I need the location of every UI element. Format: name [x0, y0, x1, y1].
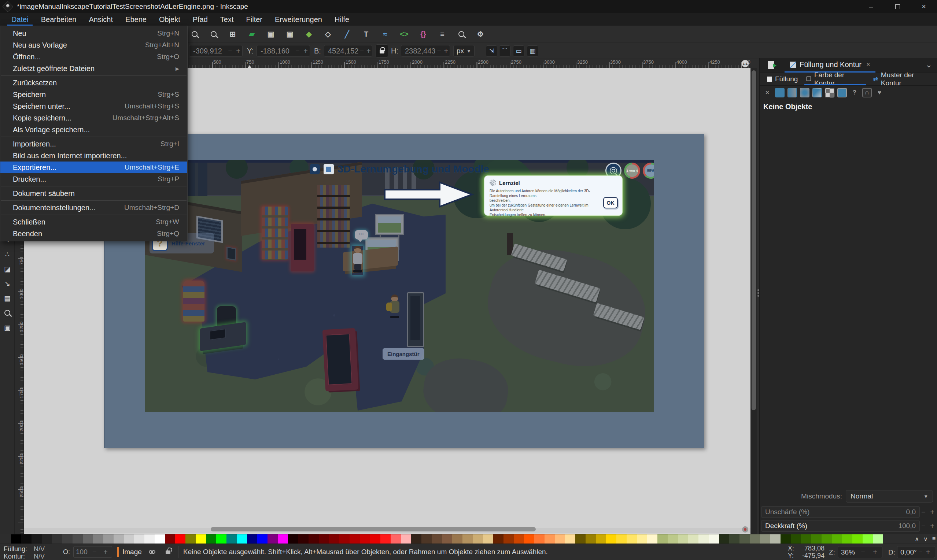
- toolbar-icon[interactable]: ⊞: [227, 29, 238, 40]
- palette-swatch[interactable]: [524, 534, 534, 543]
- toolbar-icon[interactable]: T: [361, 29, 371, 40]
- vertical-scrollbar-thumb[interactable]: [752, 70, 756, 410]
- palette-swatch[interactable]: [1, 534, 11, 543]
- palette-swatch[interactable]: [647, 534, 657, 543]
- palette-swatch[interactable]: [596, 534, 606, 543]
- toolbar-icon[interactable]: <>: [399, 29, 410, 40]
- close-button[interactable]: ×: [911, 0, 937, 13]
- paint-type-button[interactable]: ∩: [862, 88, 872, 97]
- palette-swatch[interactable]: [381, 534, 391, 543]
- palette-swatch[interactable]: [206, 534, 216, 543]
- palette-swatch[interactable]: [873, 534, 883, 543]
- menubar-item[interactable]: Erweiterungen: [269, 13, 328, 26]
- palette-swatch[interactable]: [93, 534, 103, 543]
- toolbar-icon[interactable]: ≈: [380, 29, 391, 40]
- palette-swatch[interactable]: [678, 534, 688, 543]
- paint-type-button[interactable]: ×: [763, 88, 772, 97]
- palette-swatch[interactable]: [350, 534, 360, 543]
- move-gradients-toggle[interactable]: ▭: [513, 45, 524, 57]
- y-plus[interactable]: +: [302, 47, 310, 55]
- height-plus[interactable]: +: [443, 47, 450, 55]
- toolbar-icon[interactable]: ⚙: [475, 29, 486, 40]
- palette-swatch[interactable]: [21, 534, 31, 543]
- tab-stroke-style[interactable]: ⇄ Muster der Kontur: [869, 72, 937, 85]
- palette-swatch[interactable]: [134, 534, 144, 543]
- width-minus[interactable]: −: [358, 47, 365, 55]
- palette-swatch[interactable]: [329, 534, 339, 543]
- palette-down-button[interactable]: ∨: [923, 535, 928, 542]
- palette-swatch[interactable]: [411, 534, 421, 543]
- palette-swatch[interactable]: [709, 534, 719, 543]
- width-field[interactable]: 4524,152 − +: [324, 45, 372, 57]
- palette-swatch[interactable]: [586, 534, 596, 543]
- maximize-button[interactable]: [884, 0, 911, 13]
- palette-swatch[interactable]: [360, 534, 370, 543]
- palette-swatch[interactable]: [72, 534, 83, 543]
- menu-item[interactable]: Drucken... Strg+P: [0, 173, 187, 185]
- height-field[interactable]: 2382,443 − +: [401, 45, 450, 57]
- palette-swatch[interactable]: [196, 534, 206, 543]
- toolbar-icon[interactable]: ╱: [342, 29, 353, 40]
- opacity-plus[interactable]: +: [930, 522, 934, 530]
- toolbar-icon[interactable]: ▣: [265, 29, 276, 40]
- palette-swatch[interactable]: [155, 534, 165, 543]
- palette-swatch[interactable]: [719, 534, 729, 543]
- toolbar-icon[interactable]: ≡: [437, 29, 448, 40]
- menubar-item[interactable]: Ebene: [119, 13, 153, 26]
- palette-swatch[interactable]: [627, 534, 637, 543]
- menubar-item[interactable]: Pfad: [186, 13, 214, 26]
- palette-up-button[interactable]: ∧: [915, 535, 919, 542]
- palette-swatch[interactable]: [493, 534, 504, 543]
- palette-swatch[interactable]: [832, 534, 842, 543]
- scale-corners-toggle[interactable]: ⌒: [499, 45, 510, 57]
- palette-swatch[interactable]: [278, 534, 288, 543]
- palette-swatch[interactable]: [781, 534, 791, 543]
- palette-swatch[interactable]: [308, 534, 319, 543]
- close-tab-icon[interactable]: ×: [866, 61, 870, 68]
- palette-swatch[interactable]: [103, 534, 114, 543]
- blend-mode-dropdown[interactable]: Normal ▼: [846, 490, 933, 503]
- paint-type-button[interactable]: [788, 88, 797, 97]
- tool-icon[interactable]: ▤: [3, 293, 12, 303]
- palette-swatch[interactable]: [288, 534, 298, 543]
- menubar-item[interactable]: Bearbeiten: [35, 13, 83, 26]
- palette-swatch[interactable]: [401, 534, 411, 543]
- horizontal-scrollbar[interactable]: [24, 528, 751, 533]
- vertical-scrollbar[interactable]: [751, 68, 757, 534]
- palette-swatch[interactable]: [760, 534, 770, 543]
- palette-swatch[interactable]: [821, 534, 832, 543]
- menu-item[interactable]: Importieren... Strg+I: [0, 138, 187, 150]
- palette-swatch[interactable]: [750, 534, 760, 543]
- paint-type-button[interactable]: [800, 88, 809, 97]
- menu-item[interactable]: Als Vorlage speichern...: [0, 124, 187, 135]
- layer-name[interactable]: Image: [122, 548, 142, 556]
- palette-swatch[interactable]: [237, 534, 247, 543]
- blur-plus[interactable]: +: [930, 508, 934, 517]
- palette-swatch[interactable]: [227, 534, 237, 543]
- palette-swatch[interactable]: [391, 534, 401, 543]
- menu-item[interactable]: [0, 135, 187, 138]
- toolbar-icon[interactable]: [189, 29, 200, 40]
- zoom-minus[interactable]: −: [859, 548, 867, 556]
- palette-swatch[interactable]: [339, 534, 350, 543]
- layer-visibility-eye-icon[interactable]: [149, 550, 156, 554]
- menu-item[interactable]: Bild aus dem Internet importieren...: [0, 150, 187, 162]
- menu-item[interactable]: Exportieren... Umschalt+Strg+E: [0, 162, 187, 173]
- palette-swatch[interactable]: [319, 534, 329, 543]
- palette-swatch[interactable]: [175, 534, 185, 543]
- palette-swatch[interactable]: [452, 534, 462, 543]
- menubar-item[interactable]: Ansicht: [82, 13, 119, 26]
- tab-fill[interactable]: Füllung: [763, 72, 801, 85]
- palette-swatch[interactable]: [216, 534, 227, 543]
- export-dialog-tab[interactable]: [768, 61, 774, 69]
- menu-item[interactable]: Speichern Strg+S: [0, 89, 187, 100]
- palette-swatch[interactable]: [770, 534, 781, 543]
- palette-swatch[interactable]: [616, 534, 627, 543]
- height-minus[interactable]: −: [435, 47, 442, 55]
- palette-swatch[interactable]: [114, 534, 124, 543]
- palette-swatch[interactable]: [637, 534, 647, 543]
- menu-item[interactable]: Schließen Strg+W: [0, 216, 187, 228]
- tab-fill-and-stroke[interactable]: Füllung und Kontur ×: [784, 58, 875, 72]
- dock-menu-chevron-icon[interactable]: ⌄: [926, 60, 932, 69]
- palette-swatch[interactable]: [247, 534, 257, 543]
